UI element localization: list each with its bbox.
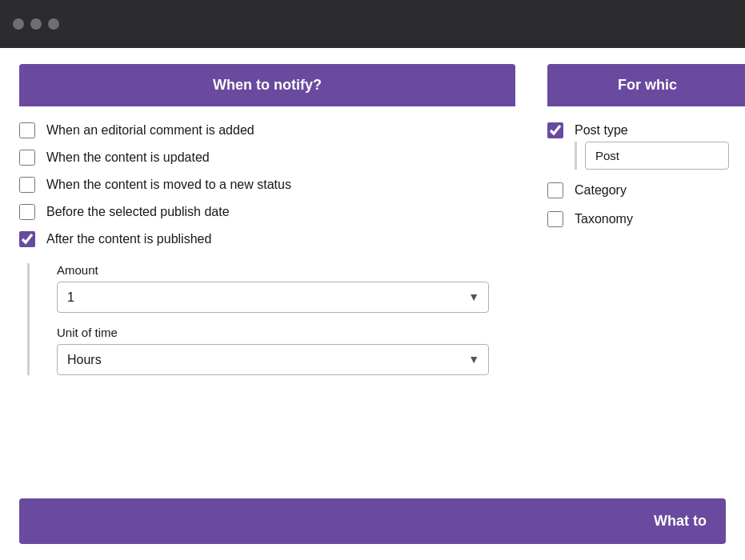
when-to-notify-header: When to notify? bbox=[19, 64, 515, 106]
checkbox-after-published-label: After the content is published bbox=[46, 232, 211, 246]
main-content: When to notify? When an editorial commen… bbox=[0, 48, 745, 560]
checkbox-content-moved-input[interactable] bbox=[19, 177, 35, 193]
for-which-header: For whic bbox=[547, 64, 745, 106]
checkbox-editorial-comment[interactable]: When an editorial comment is added bbox=[19, 122, 515, 138]
amount-wrapper: Amount 1 2 3 5 10 ▼ bbox=[57, 263, 515, 313]
checkbox-before-publish-input[interactable] bbox=[19, 204, 35, 220]
for-which-checkbox-list: Post type Category Taxonomy bbox=[547, 119, 745, 230]
checkbox-post-type[interactable]: Post type bbox=[547, 122, 745, 138]
checkbox-after-published-input[interactable] bbox=[19, 231, 35, 247]
traffic-light-minimize[interactable] bbox=[30, 18, 42, 30]
checkbox-content-updated[interactable]: When the content is updated bbox=[19, 150, 515, 166]
amount-label: Amount bbox=[57, 263, 515, 277]
checkbox-editorial-comment-input[interactable] bbox=[19, 122, 35, 138]
amount-select[interactable]: 1 2 3 5 10 bbox=[57, 282, 489, 313]
when-to-notify-title: When to notify? bbox=[213, 77, 322, 93]
checkbox-content-updated-label: When the content is updated bbox=[46, 150, 210, 165]
unit-of-time-wrapper: Unit of time Minutes Hours Days Weeks ▼ bbox=[57, 326, 515, 375]
notify-checkbox-list: When an editorial comment is added When … bbox=[19, 119, 515, 250]
traffic-light-maximize[interactable] bbox=[48, 18, 59, 30]
traffic-light-close[interactable] bbox=[13, 18, 24, 30]
checkbox-after-published[interactable]: After the content is published bbox=[19, 231, 515, 247]
post-type-input[interactable] bbox=[585, 142, 729, 170]
checkbox-taxonomy-input[interactable] bbox=[547, 211, 563, 227]
titlebar bbox=[0, 0, 745, 48]
checkbox-before-publish-label: Before the selected publish date bbox=[46, 205, 230, 219]
checkbox-taxonomy-label: Taxonomy bbox=[575, 212, 633, 226]
left-panel: When to notify? When an editorial commen… bbox=[19, 64, 515, 482]
bottom-panel-label: What to bbox=[654, 513, 707, 529]
checkbox-content-moved-label: When the content is moved to a new statu… bbox=[46, 178, 291, 192]
checkbox-post-type-input[interactable] bbox=[547, 122, 563, 138]
checkbox-category-input[interactable] bbox=[547, 182, 563, 198]
unit-of-time-label: Unit of time bbox=[57, 326, 515, 339]
panels-row: When to notify? When an editorial commen… bbox=[19, 64, 726, 482]
checkbox-category-label: Category bbox=[575, 183, 627, 198]
post-type-sub-section bbox=[575, 142, 745, 170]
checkbox-category[interactable]: Category bbox=[547, 182, 745, 198]
right-panel: For whic Post type Category bbox=[547, 64, 745, 482]
post-type-section: Post type bbox=[547, 122, 745, 170]
checkbox-content-moved[interactable]: When the content is moved to a new statu… bbox=[19, 177, 515, 193]
checkbox-post-type-label: Post type bbox=[575, 123, 628, 138]
unit-of-time-select[interactable]: Minutes Hours Days Weeks bbox=[57, 344, 489, 375]
bottom-panel: What to bbox=[19, 498, 726, 544]
checkbox-taxonomy[interactable]: Taxonomy bbox=[547, 211, 745, 227]
for-which-title: For whic bbox=[618, 77, 677, 93]
checkbox-editorial-comment-label: When an editorial comment is added bbox=[46, 123, 254, 138]
checkbox-before-publish[interactable]: Before the selected publish date bbox=[19, 204, 515, 220]
after-publish-sub-section: Amount 1 2 3 5 10 ▼ Unit of time bbox=[27, 263, 515, 375]
checkbox-content-updated-input[interactable] bbox=[19, 150, 35, 166]
